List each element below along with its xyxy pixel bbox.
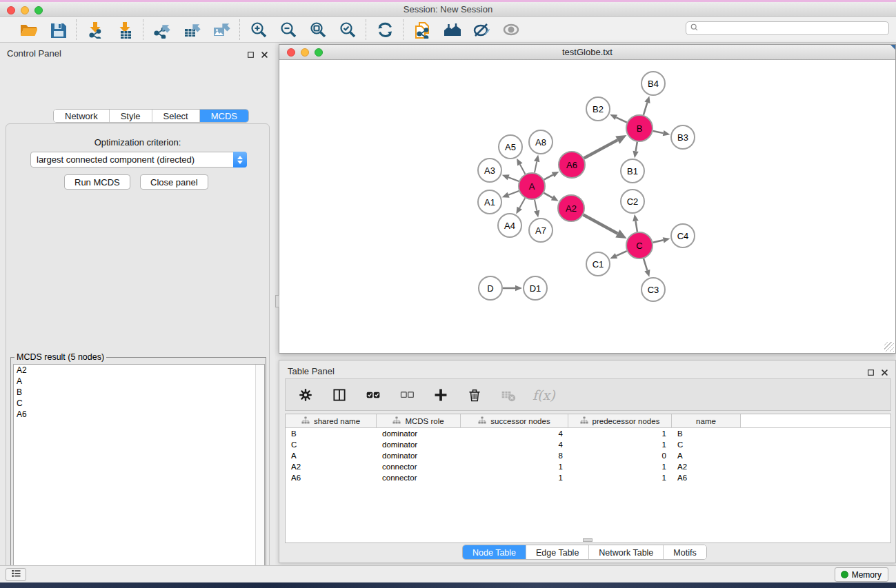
- svg-text:C2: C2: [627, 196, 639, 207]
- export-table-icon[interactable]: [182, 20, 201, 39]
- close-table-panel-icon[interactable]: [881, 367, 888, 379]
- control-panel: Control Panel NetworkStyleSelectMCDS Opt…: [0, 43, 275, 565]
- tab-mcds[interactable]: MCDS: [200, 110, 248, 122]
- column-icon[interactable]: [330, 385, 348, 404]
- column-header-MCDS-role[interactable]: MCDS role: [377, 414, 461, 427]
- optimization-criterion-select[interactable]: largest connected component (directed): [30, 152, 247, 168]
- graph-node-B1[interactable]: B1: [621, 159, 644, 183]
- close-panel-icon[interactable]: [261, 49, 268, 61]
- graph-node-A6[interactable]: A6: [559, 152, 585, 178]
- refresh-icon[interactable]: [375, 20, 394, 39]
- graph-node-A3[interactable]: A3: [478, 159, 501, 182]
- desktop-background-strip-bottom: [0, 582, 896, 588]
- column-header-predecessor-nodes[interactable]: predecessor nodes: [568, 414, 672, 427]
- table-tab-node-table[interactable]: Node Table: [463, 545, 526, 559]
- resize-grip-icon[interactable]: [884, 342, 894, 352]
- graph-node-C3[interactable]: C3: [641, 278, 665, 301]
- column-header-name[interactable]: name: [672, 414, 741, 427]
- graph-node-B[interactable]: B: [626, 115, 653, 141]
- function-builder-icon: f(x): [532, 387, 555, 403]
- graph-node-B3[interactable]: B3: [671, 125, 695, 149]
- search-field[interactable]: [686, 21, 889, 35]
- mcds-result-item[interactable]: C: [14, 398, 264, 409]
- flatten-tree-icon: [478, 416, 486, 426]
- mcds-result-item[interactable]: A2: [14, 365, 264, 376]
- graph-node-C2[interactable]: C2: [621, 190, 644, 213]
- birdseye-icon[interactable]: [501, 20, 520, 39]
- vertical-split-handle[interactable]: [275, 295, 279, 307]
- close-panel-button[interactable]: Close panel: [140, 174, 208, 190]
- column-header-successor-nodes[interactable]: successor nodes: [461, 414, 568, 427]
- network-graph[interactable]: B4B2BB3A8A5A6B1A3AC2A1A2A4A7C4CC1C3DD1: [280, 61, 895, 353]
- graph-node-A8[interactable]: A8: [529, 130, 552, 154]
- home-icon[interactable]: [442, 20, 461, 39]
- trash-icon[interactable]: [465, 385, 484, 404]
- search-input[interactable]: [701, 23, 888, 33]
- toolbar-group: [404, 20, 529, 39]
- float-panel-icon[interactable]: [247, 49, 255, 61]
- control-panel-tabs: NetworkStyleSelectMCDS: [53, 109, 249, 123]
- gear-icon[interactable]: [296, 385, 315, 404]
- graph-node-A1[interactable]: A1: [478, 190, 501, 214]
- graph-node-B4[interactable]: B4: [641, 72, 665, 95]
- svg-text:A6: A6: [566, 160, 577, 170]
- network-window-titlebar[interactable]: testGlobe.txt: [279, 45, 895, 60]
- import-table-icon[interactable]: [115, 20, 134, 39]
- memory-label: Memory: [852, 570, 882, 580]
- run-mcds-button[interactable]: Run MCDS: [64, 174, 130, 190]
- zoom-selected-icon[interactable]: [338, 20, 357, 39]
- memory-button[interactable]: Memory: [835, 567, 888, 582]
- graph-node-A5[interactable]: A5: [499, 135, 522, 159]
- mcds-result-item[interactable]: A6: [14, 409, 264, 420]
- table-tab-motifs[interactable]: Motifs: [664, 545, 706, 559]
- panels-list-icon: [11, 568, 21, 581]
- graph-node-D[interactable]: D: [479, 276, 502, 300]
- float-table-panel-icon[interactable]: [867, 367, 875, 379]
- svg-text:C: C: [636, 241, 642, 251]
- show-panels-button[interactable]: [6, 568, 26, 581]
- graph-node-C[interactable]: C: [626, 232, 653, 258]
- save-icon[interactable]: [48, 20, 67, 39]
- table-row[interactable]: A2connector11A2: [286, 461, 890, 472]
- graph-node-D1[interactable]: D1: [524, 276, 547, 300]
- add-icon[interactable]: [431, 385, 450, 404]
- mcds-result-item[interactable]: B: [14, 387, 264, 398]
- horizontal-split-handle[interactable]: [583, 538, 593, 542]
- table-row[interactable]: Cdominator41C: [286, 439, 890, 450]
- export-network-icon[interactable]: [152, 20, 171, 39]
- deselect-all-icon[interactable]: [397, 385, 416, 404]
- graph-node-A4[interactable]: A4: [498, 214, 521, 237]
- mcds-result-title: MCDS result (5 nodes): [14, 352, 106, 362]
- graph-node-A7[interactable]: A7: [529, 219, 552, 242]
- style-details-icon[interactable]: [472, 20, 490, 39]
- network-canvas[interactable]: B4B2BB3A8A5A6B1A3AC2A1A2A4A7C4CC1C3DD1: [280, 61, 895, 353]
- svg-text:A3: A3: [484, 165, 495, 176]
- mcds-result-list[interactable]: A2ABCA6: [13, 364, 265, 588]
- tab-select[interactable]: Select: [152, 110, 200, 122]
- zoom-out-icon[interactable]: [279, 20, 297, 39]
- column-header-shared-name[interactable]: shared name: [286, 414, 377, 427]
- clone-network-icon[interactable]: [412, 20, 431, 39]
- table-row[interactable]: Adominator80A: [286, 450, 890, 461]
- tab-style[interactable]: Style: [110, 110, 152, 122]
- graph-node-B2[interactable]: B2: [586, 97, 610, 121]
- table-tab-edge-table[interactable]: Edge Table: [526, 545, 589, 559]
- graph-node-C4[interactable]: C4: [671, 224, 695, 247]
- tab-network[interactable]: Network: [54, 110, 110, 122]
- graph-node-C1[interactable]: C1: [586, 252, 610, 276]
- graph-node-A[interactable]: A: [519, 173, 545, 199]
- table-row[interactable]: A6connector11A6: [286, 472, 890, 483]
- table-row[interactable]: Bdominator41B: [286, 428, 890, 439]
- open-folder-icon[interactable]: [19, 20, 37, 39]
- select-all-icon[interactable]: [364, 385, 382, 404]
- import-network-icon[interactable]: [86, 20, 104, 39]
- mcds-result-item[interactable]: A: [14, 376, 264, 387]
- export-image-icon[interactable]: [212, 20, 230, 39]
- table-tab-network-table[interactable]: Network Table: [589, 545, 664, 559]
- zoom-in-icon[interactable]: [249, 20, 268, 39]
- graph-node-A2[interactable]: A2: [558, 195, 584, 221]
- zoom-fit-icon[interactable]: [308, 20, 327, 39]
- status-bar: Memory: [0, 565, 896, 582]
- result-scrollbar[interactable]: [255, 365, 264, 588]
- delete-table-icon[interactable]: [499, 385, 517, 404]
